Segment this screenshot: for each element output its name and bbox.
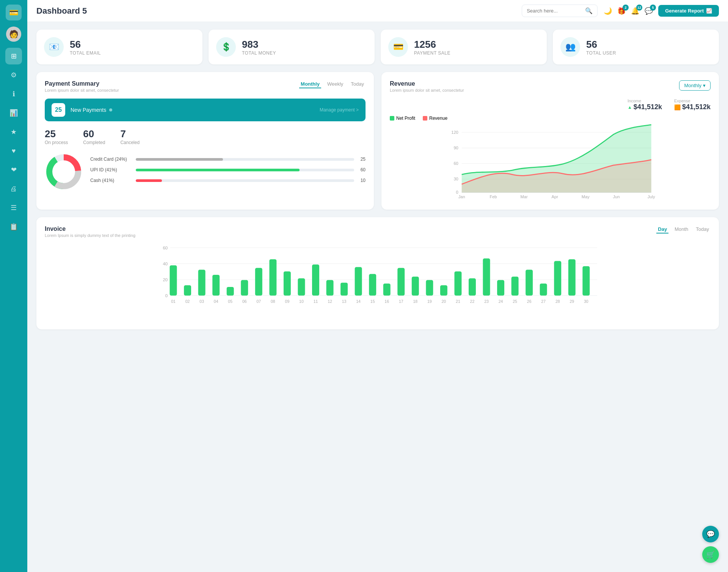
svg-text:Apr: Apr <box>552 194 559 199</box>
invoice-bar <box>454 271 461 296</box>
expense-icon: 🟧 <box>674 104 681 110</box>
sidebar-item-print[interactable]: 🖨 <box>5 180 22 197</box>
invoice-bar <box>241 280 248 296</box>
revenue-dropdown[interactable]: Monthly ▾ <box>679 80 711 91</box>
invoice-bar <box>582 266 590 296</box>
on-process-stat: 25 On process <box>45 128 68 145</box>
bell-icon-badge[interactable]: 🔔 12 <box>631 7 639 15</box>
revenue-label: Revenue <box>429 116 447 121</box>
svg-text:15: 15 <box>370 299 375 304</box>
invoice-bar <box>355 267 362 296</box>
svg-text:Mar: Mar <box>521 194 528 199</box>
svg-text:07: 07 <box>256 299 261 304</box>
sidebar-item-settings[interactable]: ⚙ <box>5 67 22 83</box>
invoice-bar <box>497 280 504 296</box>
invoice-bar <box>227 287 234 296</box>
svg-text:Jan: Jan <box>458 194 465 199</box>
invoice-bar <box>469 278 476 296</box>
sidebar-avatar[interactable]: 🧑 <box>6 27 21 42</box>
generate-report-button[interactable]: Generate Report 📈 <box>658 5 719 17</box>
invoice-bar <box>326 280 334 296</box>
invoice-title: Invoice <box>45 226 135 232</box>
search-icon: 🔍 <box>585 7 593 14</box>
sidebar-item-list[interactable]: ☰ <box>5 199 22 216</box>
sidebar-item-heart2[interactable]: ❤ <box>5 161 22 178</box>
completed-label: Completed <box>83 140 105 145</box>
invoice-bar <box>212 275 220 296</box>
manage-payment-link[interactable]: Manage payment > <box>320 107 359 113</box>
svg-text:19: 19 <box>427 299 432 304</box>
gift-icon-badge[interactable]: 🎁 2 <box>617 7 626 15</box>
main-content: Dashboard 5 🔍 🌙 🎁 2 🔔 12 💬 5 Generate Re… <box>27 0 728 572</box>
new-payments-row: 25 New Payments Manage payment > <box>45 99 366 121</box>
invoice-header: Invoice Lorem Ipsum is simply dummy text… <box>45 226 711 238</box>
pbar-cash-val: 10 <box>358 178 366 183</box>
sidebar-logo[interactable]: 💳 <box>6 5 22 20</box>
invoice-bar <box>526 270 533 295</box>
fab-cart[interactable]: 🛒 <box>702 546 719 563</box>
payment-stats-row: 25 On process 60 Completed 7 Canceled <box>45 128 366 145</box>
sidebar-item-star[interactable]: ★ <box>5 124 22 140</box>
tab-invoice-day[interactable]: Day <box>656 226 668 234</box>
invoice-bar <box>312 265 319 296</box>
pbar-creditcard-label: Credit Card (24%) <box>90 157 132 162</box>
payment-tabs: Monthly Weekly Today <box>299 80 366 88</box>
sidebar-item-info[interactable]: ℹ <box>5 86 22 102</box>
income-item: Income ▲ $41,512k <box>628 99 662 111</box>
pbar-creditcard-track <box>136 158 354 161</box>
invoice-bar <box>440 285 447 295</box>
invoice-bar <box>284 271 291 296</box>
tab-invoice-month[interactable]: Month <box>673 226 690 234</box>
canceled-stat: 7 Canceled <box>120 128 140 145</box>
invoice-bar <box>255 268 262 296</box>
sidebar-item-doc[interactable]: 📋 <box>5 218 22 235</box>
chat-icon-badge[interactable]: 💬 5 <box>645 7 653 15</box>
gift-badge-count: 2 <box>623 5 629 11</box>
tab-monthly[interactable]: Monthly <box>299 80 321 88</box>
svg-text:24: 24 <box>499 299 503 304</box>
middle-row: Payment Summary Lorem ipsum dolor sit am… <box>36 72 719 210</box>
svg-text:29: 29 <box>570 299 574 304</box>
new-payments-label: New Payments <box>71 107 314 113</box>
svg-text:02: 02 <box>185 299 190 304</box>
pbar-upi: UPI ID (41%) 60 <box>90 167 366 172</box>
sidebar-item-dashboard[interactable]: ⊞ <box>5 48 22 64</box>
expense-item: Expense 🟧 $41,512k <box>674 99 711 111</box>
search-box[interactable]: 🔍 <box>522 5 598 17</box>
user-icon: 👥 <box>560 37 580 57</box>
payment-summary-card: Payment Summary Lorem ipsum dolor sit am… <box>36 72 374 210</box>
stat-info-email: 56 TOTAL EMAIL <box>70 39 101 56</box>
net-profit-label: Net Profit <box>396 116 415 121</box>
sidebar: 💳 🧑 ⊞ ⚙ ℹ 📊 ★ ♥ ❤ 🖨 ☰ 📋 <box>0 0 27 572</box>
invoice-bar <box>170 265 177 296</box>
invoice-bar <box>298 278 305 296</box>
header-icons: 🌙 🎁 2 🔔 12 💬 5 Generate Report 📈 <box>604 5 719 17</box>
sidebar-item-chart[interactable]: 📊 <box>5 105 22 121</box>
svg-text:21: 21 <box>456 299 460 304</box>
payment-number: 1256 <box>414 39 450 50</box>
on-process-number: 25 <box>45 128 68 140</box>
svg-text:Jun: Jun <box>613 194 620 199</box>
income-up-icon: ▲ <box>628 105 632 110</box>
svg-text:12: 12 <box>328 299 332 304</box>
tab-invoice-today[interactable]: Today <box>694 226 711 234</box>
net-profit-legend-icon <box>390 116 394 121</box>
revenue-dropdown-label: Monthly <box>684 83 701 88</box>
invoice-bar <box>369 274 376 296</box>
dark-mode-icon[interactable]: 🌙 <box>604 7 612 15</box>
svg-text:60: 60 <box>163 246 168 250</box>
svg-text:30: 30 <box>453 177 458 181</box>
tab-weekly[interactable]: Weekly <box>326 80 345 88</box>
sidebar-item-heart1[interactable]: ♥ <box>5 143 22 159</box>
svg-text:01: 01 <box>171 299 176 304</box>
user-label: TOTAL USER <box>586 50 616 56</box>
search-input[interactable] <box>527 8 582 14</box>
chevron-down-icon: ▾ <box>703 83 706 88</box>
generate-report-label: Generate Report <box>665 8 704 14</box>
tab-today[interactable]: Today <box>349 80 366 88</box>
svg-text:Feb: Feb <box>490 194 497 199</box>
fab-support[interactable]: 💬 <box>702 526 719 542</box>
svg-text:25: 25 <box>513 299 517 304</box>
np-dot <box>109 108 112 111</box>
chart-bar-icon: 📈 <box>706 8 712 14</box>
